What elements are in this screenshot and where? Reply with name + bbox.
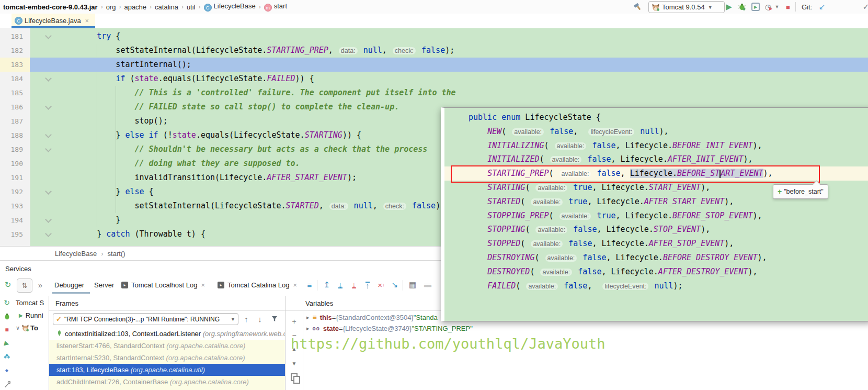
frame-row[interactable]: addChildInternal:726, ContainerBase (org… bbox=[49, 376, 285, 388]
fold-marker-icon[interactable] bbox=[45, 188, 52, 195]
soft-wrap-icon[interactable]: ≡≡ bbox=[420, 278, 434, 292]
tab-debugger[interactable]: Debugger bbox=[54, 276, 84, 294]
scroll-down-icon[interactable]: ↓ bbox=[335, 278, 346, 292]
frame-row[interactable]: startInternal:5230, StandardContext (org… bbox=[49, 352, 285, 364]
mute-breakpoints-icon[interactable] bbox=[0, 365, 14, 376]
editor-line[interactable]: if (state.equals(LifecycleState.FAILED))… bbox=[59, 72, 314, 86]
expand-collapse-button[interactable]: ⇅ bbox=[17, 278, 32, 293]
editor-line[interactable]: stop(); bbox=[59, 114, 168, 128]
variable-row[interactable]: ▸≡this = {StandardContext@3504} "Standa bbox=[306, 312, 438, 323]
popup-code-line[interactable]: NEW( available: false, lifecycleEvent: n… bbox=[469, 125, 669, 139]
fold-marker-icon[interactable] bbox=[45, 131, 52, 138]
tree-item-running[interactable]: ▶Runni bbox=[19, 309, 43, 321]
chevron-right-icon[interactable]: ▸ bbox=[306, 312, 310, 323]
popup-code-line[interactable]: STOPPING_PREP( available: true, Lifecycl… bbox=[469, 209, 762, 223]
settings-wrench-icon[interactable] bbox=[0, 378, 14, 390]
run-with-coverage-button[interactable]: ▶ bbox=[750, 0, 761, 14]
breadcrumb-item[interactable]: mstart bbox=[263, 2, 288, 12]
force-step-icon[interactable]: ↓ bbox=[348, 278, 360, 292]
chevron-right-icon[interactable]: ▸ bbox=[306, 323, 310, 334]
quick-definition-popup[interactable]: public enum LifecycleState { NEW( availa… bbox=[441, 107, 868, 321]
popup-code-line[interactable]: INITIALIZING( available: false, Lifecycl… bbox=[469, 139, 762, 153]
chevron-expanded-icon[interactable]: ∨ bbox=[16, 325, 20, 331]
fold-marker-icon[interactable] bbox=[45, 75, 52, 82]
breadcrumb-item[interactable]: tomcat-embed-core-9.0.43.jar bbox=[2, 3, 99, 11]
tab-tomcat-localhost-log[interactable]: ▸Tomcat Localhost Log× bbox=[121, 276, 205, 294]
popup-code-line[interactable]: DESTROYED( available: false, Lifecycle.A… bbox=[469, 265, 758, 279]
popup-code-line[interactable]: STARTED( available: true, Lifecycle.AFTE… bbox=[469, 195, 734, 209]
close-icon[interactable]: × bbox=[85, 17, 89, 25]
breadcrumb-item[interactable]: org bbox=[105, 3, 117, 11]
thread-up-icon[interactable]: ↑ bbox=[241, 312, 252, 326]
drop-frame-icon[interactable]: ×↓ bbox=[375, 278, 387, 292]
evaluate-grid-icon[interactable]: ▦ bbox=[407, 278, 418, 292]
editor-line[interactable]: invalidTransition(Lifecycle.AFTER_START_… bbox=[59, 171, 357, 185]
git-commit-button[interactable]: ✓ bbox=[861, 0, 868, 14]
popup-code-line[interactable]: DESTROYING( available: false, Lifecycle.… bbox=[469, 251, 767, 265]
view-breakpoints-icon[interactable] bbox=[0, 351, 14, 363]
breadcrumb-class[interactable]: LifecycleBase bbox=[55, 250, 97, 258]
fold-marker-icon[interactable] bbox=[45, 32, 52, 39]
editor-line[interactable]: startInternal(); bbox=[59, 58, 191, 72]
filter-funnel-icon[interactable] bbox=[269, 312, 280, 326]
thread-down-icon[interactable]: ↓ bbox=[254, 312, 266, 326]
popup-code-line[interactable]: FAILED( available: false, lifecycleEvent… bbox=[469, 279, 683, 293]
editor-line[interactable]: setStateInternal(LifecycleState.STARTING… bbox=[59, 43, 454, 58]
fold-marker-icon[interactable] bbox=[45, 230, 52, 237]
editor-line[interactable]: // This is a 'controlled' failure. The c… bbox=[59, 86, 456, 100]
popup-code-line[interactable]: public enum LifecycleState { bbox=[469, 110, 601, 125]
close-icon[interactable]: × bbox=[201, 281, 205, 289]
stop-button[interactable]: ■ bbox=[783, 0, 793, 14]
stop-debug-icon[interactable]: ■ bbox=[0, 324, 14, 336]
tab-lifecyclebase[interactable]: C LifecycleBase.java × bbox=[12, 14, 95, 28]
add-watch-icon[interactable]: + bbox=[285, 315, 303, 328]
breadcrumb-item[interactable]: util bbox=[186, 3, 197, 11]
profiler-button[interactable]: ◷ ▶ bbox=[763, 0, 774, 14]
tab-tomcat-catalina-log[interactable]: ▸Tomcat Catalina Log× bbox=[218, 276, 297, 294]
editor-line[interactable]: // doing what they are supposed to. bbox=[59, 157, 300, 171]
editor-line[interactable]: // FAILED state so call stop() to comple… bbox=[59, 100, 399, 114]
rerun-debug-icon[interactable]: ↻ bbox=[0, 297, 14, 308]
fold-marker-icon[interactable] bbox=[45, 103, 52, 110]
fold-marker-icon[interactable] bbox=[45, 146, 52, 152]
editor-line[interactable]: } else { bbox=[59, 185, 154, 199]
editor-line[interactable]: try { bbox=[59, 29, 120, 43]
breadcrumb-item[interactable]: catalina bbox=[154, 3, 179, 11]
editor-line[interactable]: } bbox=[59, 213, 120, 227]
debug-bug-icon[interactable] bbox=[0, 310, 14, 322]
run-button[interactable]: ▶ bbox=[724, 0, 734, 14]
breadcrumb-item[interactable]: apache bbox=[123, 3, 147, 11]
run-configuration-select[interactable]: Tomcat 9.0.54 ▼ bbox=[648, 1, 725, 13]
step-out-icon[interactable]: ↑ bbox=[362, 278, 373, 292]
resume-icon[interactable]: ▶ bbox=[0, 336, 15, 351]
up-stack-icon[interactable]: ↥ bbox=[321, 278, 333, 292]
profiler-dropdown-arrow[interactable]: ▼ bbox=[774, 0, 780, 14]
tree-item-tomcat-server[interactable]: Tomcat S bbox=[16, 297, 44, 308]
editor-line[interactable]: } else if (!state.equals(LifecycleState.… bbox=[59, 128, 361, 142]
breadcrumb-item[interactable]: CLifecycleBase bbox=[203, 2, 257, 12]
tab-server[interactable]: Server bbox=[94, 276, 114, 294]
fold-marker-icon[interactable] bbox=[45, 216, 52, 223]
close-icon[interactable]: × bbox=[293, 281, 298, 289]
breadcrumb-method[interactable]: start() bbox=[108, 250, 125, 258]
rerun-icon[interactable]: ↻ bbox=[2, 278, 14, 292]
thread-selector[interactable]: ✓ "RMI TCP Connection(3)-...p "RMI Runti… bbox=[53, 313, 238, 325]
watches-icon[interactable]: ∞ bbox=[285, 385, 303, 390]
copy-icon[interactable] bbox=[285, 371, 303, 383]
frame-row[interactable]: addChild:698, ContainerBase (org.apache.… bbox=[49, 388, 285, 390]
variable-row[interactable]: ▸oostate = {LifecycleState@3749} "STARTI… bbox=[306, 323, 473, 334]
editor-line[interactable]: // Shouldn't be necessary but acts as a … bbox=[59, 142, 427, 157]
editor-line[interactable]: } catch (Throwable t) { bbox=[59, 227, 205, 241]
popup-code-line[interactable]: STOPPED( available: false, Lifecycle.AFT… bbox=[469, 237, 734, 251]
hamburger-menu-icon[interactable]: ≡ bbox=[304, 278, 315, 292]
frame-row[interactable]: contextInitialized:103, ContextLoaderLis… bbox=[49, 328, 285, 340]
chevron-more-icon[interactable]: » bbox=[36, 278, 45, 292]
editor-line[interactable]: setStateInternal(LifecycleState.STARTED,… bbox=[59, 199, 445, 213]
tree-item-tomcat[interactable]: ∨To bbox=[16, 322, 38, 333]
frame-row[interactable]: start:183, LifecycleBase (org.apache.cat… bbox=[49, 364, 285, 376]
frame-row[interactable]: listenerStart:4766, StandardContext (org… bbox=[49, 340, 285, 352]
run-to-cursor-icon[interactable]: ↘ bbox=[389, 278, 401, 292]
popup-code-line[interactable]: INITIALIZED( available: false, Lifecycle… bbox=[469, 152, 752, 166]
popup-code-line[interactable]: STOPPING( available: false, Lifecycle.ST… bbox=[469, 222, 710, 237]
debug-button[interactable] bbox=[736, 0, 748, 14]
